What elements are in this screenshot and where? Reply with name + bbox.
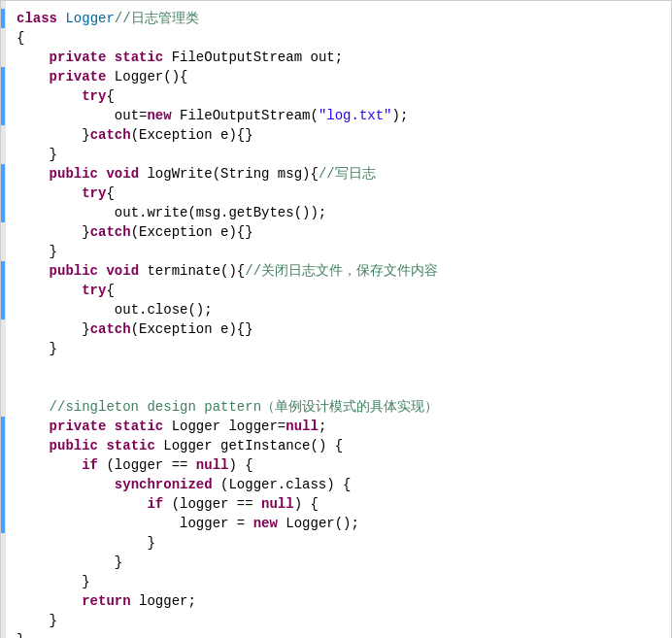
token: Logger getInstance() { xyxy=(155,438,343,453)
token: FileOutputStream out; xyxy=(163,50,343,65)
line: } xyxy=(1,242,671,261)
token: //日志管理类 xyxy=(115,11,199,26)
line: private Logger(){ xyxy=(1,67,671,86)
token xyxy=(17,321,82,337)
token: private xyxy=(50,50,107,65)
line-content: public void logWrite(String msg){//写日志 xyxy=(1,164,671,184)
token xyxy=(17,127,82,143)
line-content: } xyxy=(1,339,671,358)
line: } xyxy=(1,630,671,638)
token: } xyxy=(50,613,57,628)
token: } xyxy=(82,321,89,337)
token: static xyxy=(106,438,154,453)
line-content: try{ xyxy=(1,86,671,106)
line-content: } xyxy=(1,553,671,572)
token: ; xyxy=(319,419,326,434)
line-content: }catch(Exception e){} xyxy=(1,125,671,145)
token: logWrite(String msg){ xyxy=(139,166,319,182)
line: }catch(Exception e){} xyxy=(1,222,671,242)
line-content: { xyxy=(1,28,671,48)
line: private static Logger logger=null; xyxy=(1,417,671,436)
token: Logger xyxy=(65,11,114,26)
token: } xyxy=(50,341,57,356)
token: Logger(); xyxy=(278,516,359,531)
token: public xyxy=(50,166,98,182)
line: } xyxy=(1,533,671,553)
token: private xyxy=(50,419,107,434)
line xyxy=(1,358,671,378)
line-content: //singleton design pattern（单例设计模式的具体实现） xyxy=(1,397,671,417)
token: null xyxy=(286,419,319,434)
line-content: } xyxy=(1,533,671,553)
line: public void terminate(){//关闭日志文件，保存文件内容 xyxy=(1,261,671,281)
line: out.close(); xyxy=(1,300,671,319)
line: } xyxy=(1,611,671,630)
line: out=new FileOutputStream("log.txt"); xyxy=(1,106,671,125)
token: new xyxy=(253,516,278,531)
token: public xyxy=(50,263,98,279)
token: catch xyxy=(90,127,131,143)
token: } xyxy=(82,574,89,589)
line: if (logger == null) { xyxy=(1,494,671,514)
line-content: private static Logger logger=null; xyxy=(1,417,671,436)
line: public void logWrite(String msg){//写日志 xyxy=(1,164,671,184)
line: try{ xyxy=(1,86,671,106)
line xyxy=(1,378,671,397)
line: private static FileOutputStream out; xyxy=(1,48,671,67)
line-content: } xyxy=(1,611,671,630)
token: FileOutputStream( xyxy=(172,108,319,123)
token: "log.txt" xyxy=(319,108,392,123)
token: logger = xyxy=(180,516,253,531)
token: ); xyxy=(392,108,409,123)
token: null xyxy=(261,496,294,512)
token xyxy=(17,438,50,453)
token xyxy=(17,574,82,589)
line: }catch(Exception e){} xyxy=(1,319,671,339)
token: static xyxy=(115,50,163,65)
line-content: } xyxy=(1,242,671,261)
token: Logger logger= xyxy=(163,419,286,434)
token: static xyxy=(115,419,163,434)
token xyxy=(17,185,82,201)
token: } xyxy=(82,224,89,240)
token xyxy=(17,50,50,65)
line-content: } xyxy=(1,630,671,638)
token xyxy=(17,147,50,162)
line: if (logger == null) { xyxy=(1,455,671,475)
token xyxy=(17,457,82,473)
line-content: private static FileOutputStream out; xyxy=(1,48,671,67)
token: if xyxy=(147,496,163,512)
line-content: } xyxy=(1,572,671,591)
token xyxy=(17,302,115,318)
token xyxy=(17,593,82,609)
token: (Exception e){} xyxy=(131,127,253,143)
token xyxy=(17,535,147,551)
token: try xyxy=(82,185,106,201)
line: logger = new Logger(); xyxy=(1,514,671,533)
token xyxy=(106,419,114,434)
token: null xyxy=(196,457,229,473)
line-content: return logger; xyxy=(1,591,671,611)
line: //singleton design pattern（单例设计模式的具体实现） xyxy=(1,397,671,417)
line-content: public static Logger getInstance() { xyxy=(1,436,671,455)
token: ) { xyxy=(228,457,252,473)
token: } xyxy=(82,127,89,143)
token: (Logger.class) { xyxy=(213,477,352,492)
token: out.close(); xyxy=(115,302,213,318)
token: logger; xyxy=(131,593,196,609)
line: public static Logger getInstance() { xyxy=(1,436,671,455)
line-content: public void terminate(){//关闭日志文件，保存文件内容 xyxy=(1,261,671,281)
line-content: try{ xyxy=(1,184,671,203)
token: try xyxy=(82,88,106,104)
token: (logger == xyxy=(163,496,261,512)
token: } xyxy=(147,535,154,551)
code-container: class Logger//日志管理类{ private static File… xyxy=(0,0,672,638)
line: return logger; xyxy=(1,591,671,611)
line-content xyxy=(1,358,671,378)
token: try xyxy=(82,283,106,298)
token xyxy=(17,613,50,628)
line: } xyxy=(1,339,671,358)
line: synchronized (Logger.class) { xyxy=(1,475,671,494)
line-content: out=new FileOutputStream("log.txt"); xyxy=(1,106,671,125)
line: }catch(Exception e){} xyxy=(1,125,671,145)
